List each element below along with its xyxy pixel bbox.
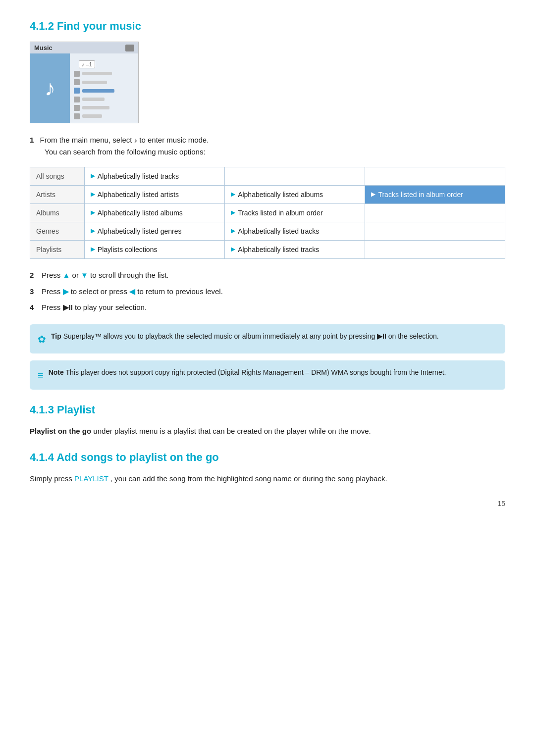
section-413: 4.1.3 Playlist Playlist on the go under …	[30, 403, 505, 437]
cell-content: ▶ Alphabetically listed albums	[231, 191, 359, 199]
table-cell-allsongs-col3	[225, 167, 365, 186]
albums-albums: Alphabetically listed albums	[98, 209, 183, 217]
list-row-bar-1	[82, 72, 112, 75]
table-cell-playlists-label: Playlists	[30, 241, 85, 259]
table-cell-allsongs-col2: ▶ Alphabetically listed tracks	[84, 167, 224, 186]
section-413-text: under playlist menu is a playlist that c…	[93, 427, 371, 435]
table-cell-albums-label: Albums	[30, 204, 85, 222]
table-row-artists: Artists ▶ Alphabetically listed artists …	[30, 186, 505, 204]
steps-list: 2 Press ▲ or ▼ to scroll through the lis…	[30, 270, 505, 313]
step-4-text: Press ▶II to play your selection.	[42, 302, 147, 313]
playlist-keyword: PLAYLIST	[74, 474, 108, 483]
badge-text: ♪ –1	[82, 61, 92, 67]
tip-box: ✿ Tip Superplay™ allows you to playback …	[30, 324, 505, 353]
music-ui-titlebar: Music	[30, 42, 138, 53]
music-ui-list: ♪ –1	[70, 53, 138, 123]
table-cell-playlists-col4	[365, 241, 505, 259]
tip-body: allows you to playback the selected musi…	[104, 332, 377, 340]
note-box: ≡ Note This player does not support copy…	[30, 360, 505, 390]
arrow-icon: ▶	[231, 227, 235, 234]
table-cell-allsongs-label: All songs	[30, 167, 85, 186]
music-ui-icon	[125, 45, 134, 51]
playlists-collections: Playlists collections	[98, 246, 158, 253]
table-row-allsongs: All songs ▶ Alphabetically listed tracks	[30, 167, 505, 186]
artists-artists: Alphabetically listed artists	[98, 191, 179, 199]
step-1-instruction: 1 From the main menu, select ♪ to enter …	[30, 134, 505, 158]
cell-content: ▶ Tracks listed in album order	[371, 191, 499, 199]
note-icon: ≡	[38, 368, 44, 383]
list-row-icon-5	[74, 105, 80, 111]
section-414-desc: Simply press PLAYLIST , you can add the …	[30, 473, 505, 485]
music-note-icon: ♪	[45, 77, 55, 99]
table-cell-albums-col3: ▶ Tracks listed in album order	[225, 204, 365, 222]
page-number: 15	[30, 500, 505, 507]
genres-tracks: Alphabetically listed tracks	[238, 227, 319, 235]
cell-content: ▶ Alphabetically listed genres	[91, 227, 218, 235]
navigation-table: All songs ▶ Alphabetically listed tracks…	[30, 167, 505, 259]
table-row-albums: Albums ▶ Alphabetically listed albums ▶ …	[30, 204, 505, 222]
note-label: Note	[49, 368, 64, 376]
section-414: 4.1.4 Add songs to playlist on the go Si…	[30, 451, 505, 485]
tip-play-symbol: ▶II	[377, 332, 386, 340]
table-cell-genres-col4	[365, 222, 505, 241]
note-body: This player does not support copy right …	[65, 368, 446, 376]
music-ui-screenshot: Music ♪ ♪ –1	[30, 42, 139, 123]
arrow-icon: ▶	[91, 172, 95, 179]
list-row-icon-1	[74, 71, 80, 77]
music-icon-inline: ♪	[134, 136, 138, 146]
step-2: 2 Press ▲ or ▼ to scroll through the lis…	[30, 270, 505, 281]
arrow-icon: ▶	[91, 246, 95, 252]
table-row-playlists: Playlists ▶ Playlists collections ▶ Alph…	[30, 241, 505, 259]
tip-trademark: Superplay™	[63, 332, 102, 340]
step-2-text: Press ▲ or ▼ to scroll through the list.	[42, 270, 169, 281]
cell-content: ▶ Alphabetically listed tracks	[91, 172, 218, 180]
list-row-bar-5	[82, 106, 109, 109]
playlists-tracks: Alphabetically listed tracks	[238, 246, 319, 253]
table-cell-albums-col4	[365, 204, 505, 222]
table-cell-albums-col2: ▶ Alphabetically listed albums	[84, 204, 224, 222]
arrow-right-icon: ▶	[63, 287, 69, 296]
list-row-1	[74, 70, 134, 77]
list-row-5	[74, 104, 134, 111]
list-row-4	[74, 96, 134, 102]
section-414-heading: 4.1.4 Add songs to playlist on the go	[30, 451, 505, 464]
list-row-icon-6	[74, 113, 80, 119]
cell-content: ▶ Tracks listed in album order	[231, 209, 359, 217]
list-row-2	[74, 79, 134, 86]
list-row-3	[74, 87, 134, 94]
music-ui-title: Music	[34, 44, 53, 51]
tip-label: Tip	[51, 332, 61, 340]
arrow-icon: ▶	[231, 209, 235, 216]
artists-albums: Alphabetically listed albums	[238, 191, 323, 199]
table-cell-playlists-col3: ▶ Alphabetically listed tracks	[225, 241, 365, 259]
arrow-down-icon: ▼	[81, 271, 88, 279]
arrow-icon: ▶	[231, 191, 235, 198]
genres-genres: Alphabetically listed genres	[98, 227, 182, 235]
cell-content: ▶ Alphabetically listed tracks	[231, 246, 359, 253]
arrow-icon: ▶	[231, 246, 235, 252]
section-412-heading: 4.1.2 Find your music	[30, 20, 505, 33]
artists-album-order: Tracks listed in album order	[378, 191, 463, 199]
step-1-number: 1	[30, 136, 34, 144]
step-3-text: Press ▶ to select or press ◀ to return t…	[42, 286, 223, 298]
step-3-number: 3	[30, 286, 38, 298]
list-row-bar-3	[82, 89, 114, 93]
list-row-6	[74, 113, 134, 120]
arrow-up-icon: ▲	[63, 271, 70, 279]
step-4: 4 Press ▶II to play your selection.	[30, 302, 505, 313]
section-413-desc: Playlist on the go under playlist menu i…	[30, 425, 505, 437]
step-1-text-before: From the main menu, select	[40, 136, 132, 144]
arrow-icon: ▶	[91, 227, 95, 234]
cell-content: ▶ Alphabetically listed albums	[91, 209, 218, 217]
table-cell-genres-col3: ▶ Alphabetically listed tracks	[225, 222, 365, 241]
step-2-number: 2	[30, 270, 38, 281]
addsongs-text-after: , you can add the song from the highligh…	[110, 474, 387, 483]
section-413-heading: 4.1.3 Playlist	[30, 403, 505, 416]
arrow-left-icon: ◀	[129, 287, 135, 296]
arrow-icon: ▶	[91, 209, 95, 216]
tip-icon: ✿	[38, 332, 46, 347]
table-cell-artists-col2: ▶ Alphabetically listed artists	[84, 186, 224, 204]
step-3: 3 Press ▶ to select or press ◀ to return…	[30, 286, 505, 298]
list-row-icon-4	[74, 97, 80, 102]
table-cell-allsongs-col4	[365, 167, 505, 186]
